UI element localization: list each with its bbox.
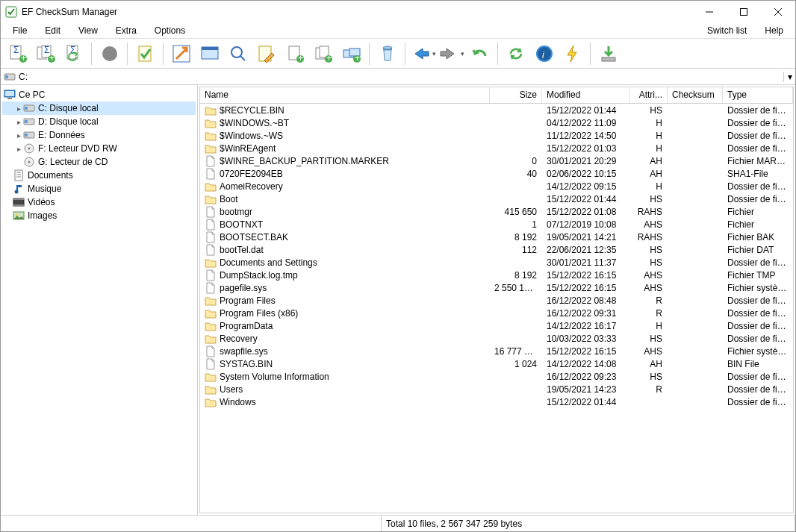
col-name[interactable]: Name <box>200 87 490 103</box>
col-checksum[interactable]: Checksum <box>668 87 723 103</box>
file-row[interactable]: pagefile.sys2 550 136 ...15/12/2022 16:1… <box>200 281 793 294</box>
tool-forward[interactable]: ▾ <box>438 40 465 67</box>
tree-item[interactable]: ▸E: Données <box>2 128 196 142</box>
file-row[interactable]: BOOTNXT107/12/2019 10:08AHSFichier <box>200 218 793 231</box>
file-size: 415 650 <box>490 207 542 217</box>
tool-update-checksum[interactable]: Σ <box>60 40 87 67</box>
list-body[interactable]: $RECYCLE.BIN15/12/2022 01:44HSDossier de… <box>200 104 793 513</box>
file-modified: 07/12/2019 10:08 <box>542 219 630 230</box>
tree-expander[interactable]: ▸ <box>14 145 23 153</box>
file-row[interactable]: AomeiRecovery14/12/2022 09:15HDossier de… <box>200 180 793 193</box>
file-modified: 15/12/2022 01:44 <box>542 397 630 407</box>
file-row[interactable]: 0720FE2094EB4002/06/2022 10:15AHSHA1-Fil… <box>200 167 793 180</box>
menu-options[interactable]: Options <box>146 24 194 37</box>
tool-flash[interactable] <box>559 40 586 67</box>
col-attr[interactable]: Attri... <box>630 87 668 103</box>
tool-edit[interactable] <box>253 40 280 67</box>
tool-trash[interactable] <box>374 40 401 67</box>
col-type[interactable]: Type <box>723 87 793 103</box>
svg-rect-42 <box>5 75 8 78</box>
tree-item[interactable]: Images <box>2 209 196 222</box>
file-name: ProgramData <box>220 321 273 331</box>
app-icon <box>5 6 17 18</box>
tree-item[interactable]: ▸C: Disque local <box>2 101 196 115</box>
minimize-button[interactable] <box>692 1 727 23</box>
file-attr: H <box>630 143 668 154</box>
tool-refresh[interactable] <box>503 40 529 67</box>
file-row[interactable]: $RECYCLE.BIN15/12/2022 01:44HSDossier de… <box>200 104 793 116</box>
tool-verify[interactable] <box>132 40 159 67</box>
svg-text:+: + <box>326 53 332 63</box>
file-row[interactable]: bootmgr415 65015/12/2022 01:08RAHSFichie… <box>200 205 793 218</box>
tree-expander[interactable]: ▸ <box>14 131 23 140</box>
file-size: 2 550 136 ... <box>490 283 542 293</box>
file-name: $WINRE_BACKUP_PARTITION.MARKER <box>220 156 389 166</box>
file-row[interactable]: bootTel.dat11222/06/2021 12:35HSFichier … <box>200 243 793 256</box>
file-row[interactable]: Documents and Settings30/01/2021 11:37HS… <box>200 256 793 269</box>
tree-item[interactable]: Documents <box>2 169 196 182</box>
maximize-button[interactable] <box>727 1 761 23</box>
tool-undo[interactable] <box>467 40 494 67</box>
file-modified: 16/12/2022 09:31 <box>542 308 630 319</box>
file-name: Program Files (x86) <box>220 308 298 319</box>
close-button[interactable] <box>761 1 795 23</box>
tool-create-multi[interactable]: Σ+ <box>32 40 59 67</box>
file-row[interactable]: swapfile.sys16 777 21615/12/2022 16:15AH… <box>200 345 793 357</box>
file-row[interactable]: ProgramData14/12/2022 16:17HDossier de f… <box>200 319 793 332</box>
file-row[interactable]: System Volume Information16/12/2022 09:2… <box>200 370 793 383</box>
tree-root[interactable]: Ce PC <box>2 88 196 101</box>
file-row[interactable]: Recovery10/03/2022 03:33HSDossier de fic… <box>200 332 793 345</box>
file-row[interactable]: Program Files (x86)16/12/2022 09:31RDoss… <box>200 307 793 319</box>
file-row[interactable]: Boot15/12/2022 01:44HSDossier de fich... <box>200 193 793 205</box>
file-row[interactable]: $WinREAgent15/12/2022 01:03HDossier de f… <box>200 142 793 154</box>
tool-back[interactable]: ▾ <box>410 40 437 67</box>
tree-expander[interactable]: ▸ <box>14 118 23 126</box>
tool-add-files[interactable]: + <box>310 40 337 67</box>
file-row[interactable]: Users19/05/2021 14:23RDossier de fich... <box>200 383 793 395</box>
file-row[interactable]: DumpStack.log.tmp8 19215/12/2022 16:15AH… <box>200 269 793 281</box>
file-row[interactable]: Windows15/12/2022 01:44Dossier de fich..… <box>200 395 793 408</box>
tool-settings[interactable]: + <box>338 40 365 67</box>
file-type: Fichier MARKER <box>723 156 793 166</box>
col-modified[interactable]: Modified <box>542 87 630 103</box>
tree-item[interactable]: Vidéos <box>2 195 196 209</box>
menu-help[interactable]: Help <box>756 24 792 37</box>
file-type: Dossier de fich... <box>723 372 793 382</box>
file-attr: HS <box>630 245 668 255</box>
tool-download[interactable] <box>595 40 622 67</box>
folder-icon <box>205 143 217 154</box>
tool-info[interactable]: i <box>531 40 558 67</box>
file-row[interactable]: $WINRE_BACKUP_PARTITION.MARKER030/01/202… <box>200 154 793 167</box>
menu-extra[interactable]: Extra <box>107 24 146 37</box>
menu-view[interactable]: View <box>69 24 107 37</box>
file-row[interactable]: BOOTSECT.BAK8 19219/05/2021 14:21RAHSFic… <box>200 231 793 243</box>
file-row[interactable]: $Windows.~WS11/12/2022 14:50HDossier de … <box>200 129 793 142</box>
tool-shortcut[interactable] <box>168 40 195 67</box>
tree-item[interactable]: Musique <box>2 182 196 195</box>
menu-edit[interactable]: Edit <box>36 24 69 37</box>
path-dropdown[interactable]: ▾ <box>783 72 795 82</box>
tree-panel[interactable]: Ce PC ▸C: Disque local▸D: Disque local▸E… <box>1 85 198 515</box>
file-modified: 10/03/2022 03:33 <box>542 334 630 344</box>
file-row[interactable]: SYSTAG.BIN1 02414/12/2022 14:08AHBIN Fil… <box>200 357 793 370</box>
col-size[interactable]: Size <box>490 87 542 103</box>
tool-properties-window[interactable] <box>196 40 223 67</box>
menu-switch-list[interactable]: Switch list <box>698 24 756 37</box>
svg-rect-51 <box>25 134 28 137</box>
tool-record[interactable] <box>96 40 123 67</box>
folder-icon <box>205 384 217 395</box>
file-type: Fichier BAK <box>723 232 793 242</box>
tool-create-single[interactable]: Σ+ <box>4 40 31 67</box>
menu-file[interactable]: File <box>4 24 36 37</box>
tree-item[interactable]: ▸D: Disque local <box>2 115 196 128</box>
file-row[interactable]: Program Files16/12/2022 08:48RDossier de… <box>200 294 793 307</box>
pathbar[interactable]: C: ▾ <box>1 69 795 85</box>
tool-add-file[interactable]: + <box>282 40 308 67</box>
tree-expander[interactable]: ▸ <box>14 104 23 113</box>
tree-item-label: Documents <box>28 170 73 181</box>
tool-search[interactable] <box>225 40 252 67</box>
tree-item[interactable]: G: Lecteur de CD <box>2 155 196 169</box>
svg-point-16 <box>102 46 117 61</box>
file-row[interactable]: $WINDOWS.~BT04/12/2022 11:09HDossier de … <box>200 116 793 129</box>
tree-item[interactable]: ▸F: Lecteur DVD RW <box>2 142 196 155</box>
